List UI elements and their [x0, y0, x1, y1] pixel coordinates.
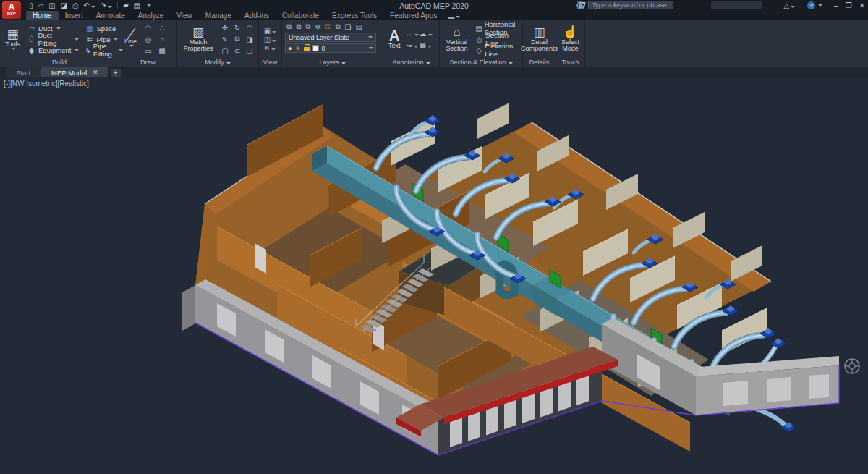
layer-caret[interactable]: [369, 47, 373, 49]
table-icon[interactable]: ▦: [420, 41, 432, 49]
plot-icon[interactable]: ⎙: [72, 1, 78, 10]
redo-icon[interactable]: ↷: [101, 1, 112, 9]
ribbon-empty-space: [585, 20, 868, 67]
panel-label-layers[interactable]: Layers: [282, 58, 383, 67]
space-button[interactable]: ▦Space: [83, 23, 124, 33]
panel-label-view[interactable]: View: [259, 58, 281, 67]
app-store-cart-icon[interactable]: [767, 1, 778, 9]
close-button[interactable]: ✕: [859, 1, 865, 9]
panel-label-draw[interactable]: Draw: [119, 58, 176, 67]
hatch-icon[interactable]: ▩: [158, 47, 165, 55]
offset-icon[interactable]: ⊂: [234, 47, 240, 55]
a360-icon[interactable]: △: [783, 1, 795, 9]
layer-freeze-icon[interactable]: ❄: [315, 23, 320, 31]
layer-isolate-icon[interactable]: ⧉: [305, 22, 310, 31]
undo-icon[interactable]: ↶: [83, 1, 95, 9]
dimension-icon[interactable]: ↔: [406, 30, 419, 38]
model-space-viewport[interactable]: [-][NW Isometric][Realistic]: [0, 77, 868, 474]
arc-icon[interactable]: ◠: [145, 24, 152, 32]
new-drawing-tab-button[interactable]: +: [111, 69, 121, 77]
layer-lock-icon[interactable]: ⚿: [326, 22, 331, 31]
views-cube-icon[interactable]: ▣: [264, 27, 276, 35]
tab-collaborate[interactable]: Collaborate: [276, 11, 326, 20]
ellipse-icon[interactable]: ○: [160, 35, 164, 43]
tab-addins[interactable]: Add-ins: [238, 11, 276, 20]
rotate-icon[interactable]: ↻: [234, 24, 240, 32]
minimize-button[interactable]: –: [834, 1, 838, 9]
sheet-set-icon[interactable]: ▰: [123, 1, 129, 9]
explode-icon[interactable]: ▢: [221, 47, 228, 55]
file-tab-start[interactable]: Start: [6, 67, 41, 77]
tab-view[interactable]: View: [170, 11, 199, 20]
layer-properties-icon[interactable]: ⧉: [286, 22, 292, 31]
viewport-controls-label[interactable]: [-][NW Isometric][Realistic]: [4, 80, 89, 88]
space-icon: ▦: [85, 25, 94, 33]
layer-color-swatch[interactable]: [312, 45, 319, 51]
layer-unlock-icon[interactable]: [304, 47, 310, 51]
layer-off-icon[interactable]: ⧉: [296, 22, 301, 31]
panel-label-details[interactable]: Details: [523, 58, 556, 67]
layer-prev-icon[interactable]: ❏: [345, 23, 352, 31]
revision-cloud-icon[interactable]: ☁: [420, 30, 433, 38]
help-menu[interactable]: ?: [807, 1, 822, 9]
rectangle-icon[interactable]: ▭: [145, 47, 151, 55]
properties-icon[interactable]: ▤: [134, 1, 140, 9]
stretch-icon[interactable]: ◨: [246, 35, 252, 43]
equipment-button[interactable]: ◆Equipment: [25, 45, 80, 55]
vertical-section-button[interactable]: ⌂ Vertical Section: [443, 25, 471, 54]
layer-dropdown[interactable]: ● ☀ 0: [285, 43, 376, 53]
pipe-fitting-button[interactable]: ↳Pipe Fitting: [83, 45, 124, 55]
qat-dropdown-caret[interactable]: [147, 4, 151, 7]
viewport-config-icon[interactable]: ✕: [264, 44, 276, 52]
panel-label-build[interactable]: Build: [0, 58, 119, 67]
move-icon[interactable]: ✢: [222, 24, 228, 32]
panel-label-touch[interactable]: Touch: [556, 58, 584, 67]
elevation-line-button[interactable]: ◇Elevation Line: [474, 45, 519, 55]
ribbon-display-toggle[interactable]: ▬: [448, 13, 460, 20]
search-input[interactable]: [588, 1, 673, 9]
panel-label-annotation[interactable]: Annotation: [383, 58, 439, 67]
match-properties-button[interactable]: ▨ Match Properties: [180, 25, 216, 54]
signin-field[interactable]: [711, 1, 762, 9]
close-tab-icon[interactable]: ✕: [93, 69, 98, 76]
file-tab-mep-model[interactable]: MEP Model ✕: [41, 67, 108, 77]
detail-components-button[interactable]: ▥ Detail Components: [519, 25, 560, 54]
tab-featured-apps[interactable]: Featured Apps: [383, 11, 443, 20]
panel-details: ▥ Detail Components Details: [523, 20, 556, 67]
text-button[interactable]: A Text: [386, 27, 403, 51]
leader-icon[interactable]: ↝: [406, 41, 417, 49]
help-icon[interactable]: ?: [807, 1, 815, 9]
app-logo[interactable]: A MEP: [2, 1, 21, 19]
panel-label-section[interactable]: Section & Elevation: [440, 58, 522, 67]
duct-fitting-button[interactable]: ⬯Duct Fitting: [25, 34, 80, 44]
sign-in-icon[interactable]: [695, 1, 705, 9]
new-file-icon[interactable]: ▯: [29, 1, 33, 9]
circle-icon[interactable]: ◎: [145, 35, 152, 43]
array-icon[interactable]: ❏: [247, 47, 253, 55]
save-as-icon[interactable]: ◪: [61, 1, 67, 9]
copy-icon[interactable]: ⧉: [234, 35, 239, 43]
layer-states-icon[interactable]: ▤: [356, 23, 362, 31]
tools-button[interactable]: ▦ Tools: [3, 27, 22, 51]
tab-express-tools[interactable]: Express Tools: [326, 11, 383, 20]
layer-match-icon[interactable]: ⧉: [335, 22, 340, 31]
restore-button[interactable]: ❐: [846, 1, 852, 9]
point-icon[interactable]: ∴: [160, 24, 164, 32]
layer-on-icon[interactable]: ●: [288, 45, 292, 52]
tab-insert[interactable]: Insert: [59, 11, 90, 20]
tab-annotate[interactable]: Annotate: [90, 11, 132, 20]
erase-icon[interactable]: ✎: [222, 35, 228, 43]
select-mode-button[interactable]: ☝ Select Mode: [559, 25, 582, 54]
save-icon[interactable]: ◫: [48, 1, 55, 9]
search-binoculars-icon[interactable]: [679, 1, 689, 9]
layer-state-dropdown[interactable]: Unsaved Layer State: [285, 33, 376, 42]
panel-label-modify[interactable]: Modify: [177, 58, 258, 67]
tab-analyze[interactable]: Analyze: [132, 11, 171, 20]
fillet-icon[interactable]: ◠: [247, 24, 253, 32]
open-file-icon[interactable]: ▱: [38, 1, 44, 9]
line-button[interactable]: ╱ Line: [122, 30, 139, 48]
visual-styles-icon[interactable]: ◫: [264, 35, 276, 43]
tab-home[interactable]: Home: [26, 11, 59, 20]
layer-thaw-icon[interactable]: ☀: [294, 45, 300, 52]
tab-manage[interactable]: Manage: [199, 11, 238, 20]
